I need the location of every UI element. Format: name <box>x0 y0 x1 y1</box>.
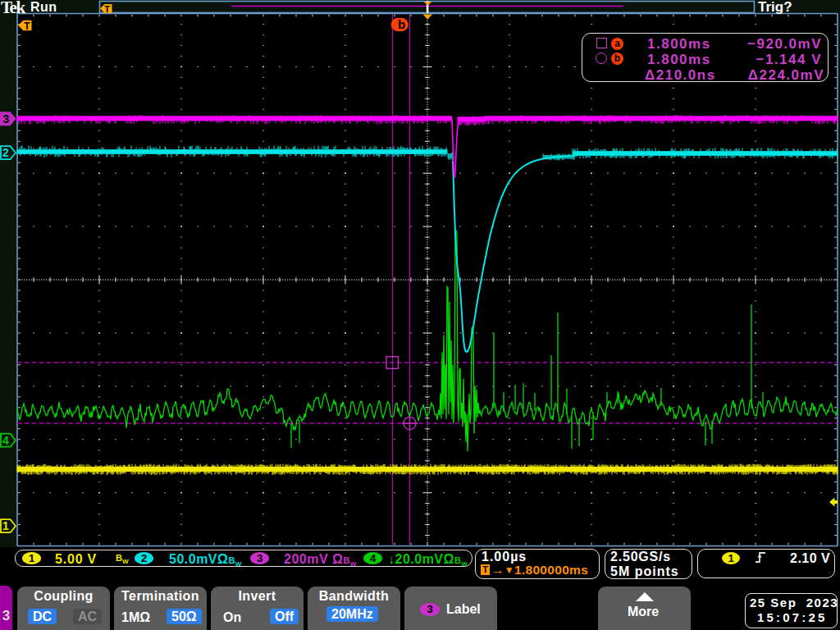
svg-text:2: 2 <box>2 146 9 159</box>
svg-text:b: b <box>398 17 405 31</box>
svg-text:4: 4 <box>2 434 9 447</box>
svg-text:1: 1 <box>2 519 9 532</box>
svg-text:T: T <box>24 21 30 32</box>
svg-text:T: T <box>104 4 110 14</box>
svg-text:3: 3 <box>3 112 10 126</box>
